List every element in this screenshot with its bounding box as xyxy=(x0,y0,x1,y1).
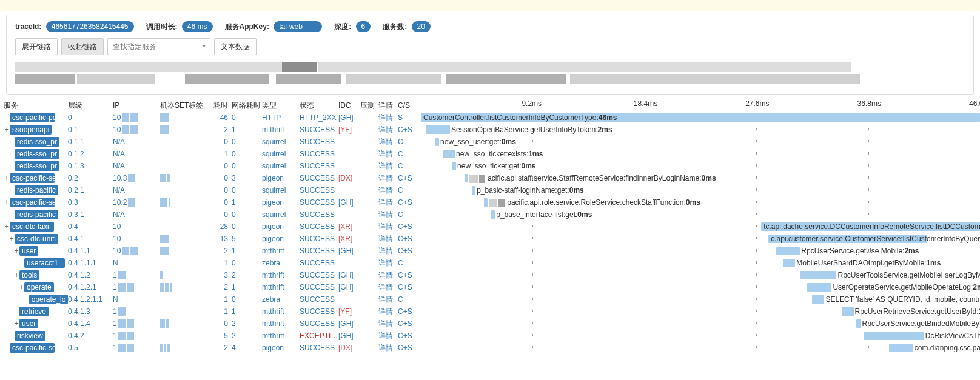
ip-link[interactable]: N xyxy=(113,295,160,304)
ip-link[interactable]: 10 xyxy=(113,235,160,243)
service-chip[interactable]: redis-sso_pr xyxy=(15,137,59,147)
service-chip[interactable]: redis-pacific xyxy=(15,210,58,219)
detail-link[interactable]: 详情 xyxy=(378,161,398,172)
ip-link[interactable]: 10 xyxy=(113,222,160,231)
collapse-trace-button[interactable]: 收起链路 xyxy=(61,38,104,55)
ip-link[interactable]: N/A xyxy=(113,162,160,170)
ip-link[interactable]: N/A xyxy=(113,138,160,146)
appkey-badge[interactable]: tal-web xyxy=(274,21,322,32)
detail-link[interactable]: 详情 xyxy=(378,270,398,281)
level-link[interactable]: 0.2.1 xyxy=(68,186,113,195)
detail-link[interactable]: 详情 xyxy=(378,185,398,196)
detail-link[interactable]: 详情 xyxy=(378,125,398,135)
span-bar[interactable]: tc.api.dache.service.DCCustomerInfoRemot… xyxy=(761,222,980,231)
ip-link[interactable]: 10 xyxy=(113,247,160,256)
level-link[interactable]: 0.5 xyxy=(68,344,113,352)
detail-link[interactable]: 详情 xyxy=(378,222,398,232)
span-bar[interactable]: c.api.customer.service.CustomerService:l… xyxy=(768,235,927,243)
span-bar[interactable]: RpcUserRetrieveService.getUserById:1ms xyxy=(842,307,854,316)
span-bar[interactable]: acific.api.staff.service.StaffRemoteServ… xyxy=(465,174,468,182)
service-chip[interactable]: ssoopenapi xyxy=(10,125,52,135)
detail-link[interactable]: 详情 xyxy=(378,282,398,293)
service-chip[interactable]: redis-sso_pr xyxy=(15,149,59,159)
ip-link[interactable]: N/A xyxy=(113,210,160,219)
span-bar[interactable]: new_sso_user:get:0ms xyxy=(435,138,439,146)
level-link[interactable]: 0.4 xyxy=(68,222,113,231)
text-data-button[interactable]: 文本数据 xyxy=(214,38,257,55)
service-chip[interactable]: user xyxy=(19,246,38,256)
service-chip[interactable]: riskview xyxy=(15,331,45,341)
detail-link[interactable]: 详情 xyxy=(378,210,398,220)
service-chip[interactable]: csc-dtc-taxi- xyxy=(10,222,54,232)
level-link[interactable]: 0.1 xyxy=(68,125,113,134)
service-chip[interactable]: operate_lo xyxy=(29,295,68,304)
span-bar[interactable]: new_sso_ticket:get:0ms xyxy=(452,162,456,170)
expand-toggle[interactable]: + xyxy=(4,174,10,182)
span-bar[interactable]: pacific.api.role.service.RoleService:che… xyxy=(484,198,488,207)
expand-toggle[interactable]: + xyxy=(18,283,24,292)
level-link[interactable]: 0.4.1.4 xyxy=(68,319,113,328)
service-chip[interactable]: csc-pacific-po xyxy=(10,113,55,122)
expand-toggle[interactable]: + xyxy=(13,247,19,255)
trace-id-badge[interactable]: 4656177263582415445 xyxy=(46,21,134,32)
span-bar[interactable]: SessionOpenBaService.getUserInfoByToken:… xyxy=(426,125,450,134)
service-chip[interactable]: useracct1_ xyxy=(24,258,65,268)
service-chip[interactable]: retrieve xyxy=(19,307,49,316)
expand-trace-button[interactable]: 展开链路 xyxy=(15,38,58,55)
expand-toggle[interactable]: + xyxy=(4,125,10,134)
service-chip[interactable]: csc-pacific-se xyxy=(10,343,55,353)
level-link[interactable]: 0.1.1 xyxy=(68,138,113,146)
detail-link[interactable]: 详情 xyxy=(378,149,398,159)
detail-link[interactable]: 详情 xyxy=(378,343,398,353)
span-bar[interactable]: RpcUserService.getBindedMobileByUserId:0… xyxy=(856,319,861,328)
level-link[interactable]: 0.3.1 xyxy=(68,210,113,219)
expand-toggle[interactable]: + xyxy=(4,198,10,207)
ip-link[interactable]: N/A xyxy=(113,150,160,158)
expand-toggle[interactable]: + xyxy=(13,319,19,328)
level-link[interactable]: 0.4.1.2 xyxy=(68,271,113,279)
expand-toggle[interactable]: + xyxy=(8,235,15,243)
detail-link[interactable]: 详情 xyxy=(378,258,398,268)
level-link[interactable]: 0.3 xyxy=(68,198,113,207)
service-chip[interactable]: csc-dtc-unifi xyxy=(15,234,58,244)
service-chip[interactable]: user xyxy=(19,319,38,328)
span-bar[interactable]: CustomerController.listCustomerInfoByCus… xyxy=(421,113,980,122)
span-bar[interactable]: UserOperateService.getMobileOperateLog:2… xyxy=(807,283,831,292)
level-link[interactable]: 0.1.3 xyxy=(68,162,113,170)
ip-link[interactable]: 1 xyxy=(113,319,160,328)
detail-link[interactable]: 详情 xyxy=(378,113,398,123)
service-chip[interactable]: csc-pacific-se xyxy=(10,173,55,183)
service-select[interactable]: ▾ xyxy=(107,38,210,55)
ip-link[interactable]: N xyxy=(113,259,160,267)
expand-toggle[interactable]: + xyxy=(4,222,10,231)
span-bar[interactable]: SELECT 'false' AS QUERYID, id, mobile, c… xyxy=(812,295,824,304)
detail-link[interactable]: 详情 xyxy=(378,137,398,147)
level-link[interactable]: 0.4.1.1 xyxy=(68,247,113,255)
service-chip[interactable]: redis-pacific xyxy=(15,185,58,195)
detail-link[interactable]: 详情 xyxy=(378,307,398,317)
ip-link[interactable]: 1 xyxy=(113,307,160,316)
span-bar[interactable]: new_sso_ticket:exists:1ms xyxy=(443,150,455,158)
level-link[interactable]: 0.4.1.2.1.1 xyxy=(68,295,113,304)
level-link[interactable]: 0.4.1.3 xyxy=(68,307,113,316)
span-bar[interactable]: p_base_interface-list:get:0ms xyxy=(491,210,495,219)
expand-toggle[interactable]: + xyxy=(13,271,19,279)
ip-link[interactable]: 1 xyxy=(113,283,160,292)
level-link[interactable]: 0.4.2 xyxy=(68,332,113,340)
detail-link[interactable]: 详情 xyxy=(378,234,398,244)
ip-link[interactable]: 10.3 xyxy=(113,174,160,183)
level-link[interactable]: 0.1.2 xyxy=(68,150,113,158)
level-link[interactable]: 0 xyxy=(68,113,113,122)
service-chip[interactable]: tools xyxy=(19,270,39,280)
ip-link[interactable]: 10 xyxy=(113,113,160,122)
ip-link[interactable]: 10 xyxy=(113,125,160,135)
level-link[interactable]: 0.4.1.2.1 xyxy=(68,283,113,292)
ip-link[interactable]: 1 xyxy=(113,271,160,280)
span-bar[interactable]: com.dianping.csc.pacific.api.secret.serv… xyxy=(889,344,913,352)
level-link[interactable]: 0.2 xyxy=(68,174,113,182)
ip-link[interactable]: 1 xyxy=(113,344,160,353)
detail-link[interactable]: 详情 xyxy=(378,198,398,208)
detail-link[interactable]: 详情 xyxy=(378,331,398,341)
detail-link[interactable]: 详情 xyxy=(378,173,398,184)
span-bar[interactable]: DcRiskViewCsThriftService.getUserCompens… xyxy=(864,332,924,340)
